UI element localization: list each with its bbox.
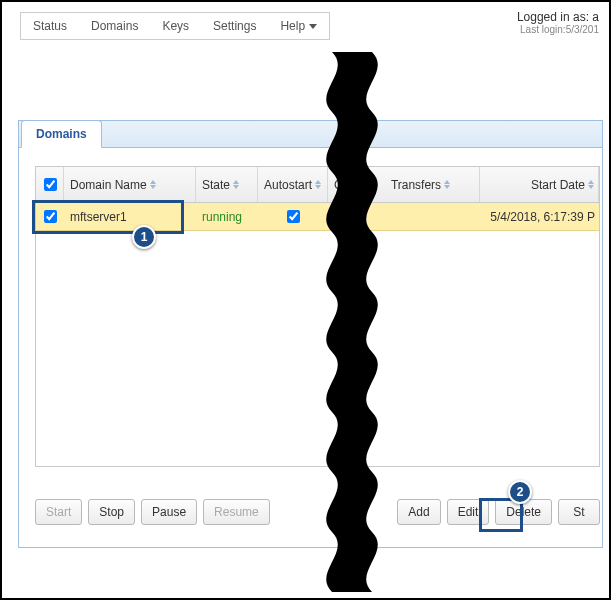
col-truncated[interactable]: C [328, 167, 362, 202]
col-state-label: State [202, 178, 230, 192]
col-autostart[interactable]: Autostart [258, 167, 328, 202]
left-button-group: Start Stop Pause Resume [35, 499, 270, 525]
menu-help-label: Help [280, 19, 305, 33]
cell-autostart[interactable] [258, 203, 328, 230]
sort-icon [444, 180, 450, 189]
chevron-down-icon [309, 24, 317, 29]
col-domain-name-label: Domain Name [70, 178, 147, 192]
col-start-date-label: Start Date [531, 178, 585, 192]
menu-help[interactable]: Help [268, 13, 329, 39]
col-start-date[interactable]: Start Date [480, 167, 599, 202]
domains-table: Domain Name State Autostart C Transfers [35, 166, 600, 467]
start-button[interactable]: Start [35, 499, 82, 525]
tab-strip: Domains [18, 120, 603, 148]
menu-domains[interactable]: Domains [79, 13, 150, 39]
pause-button[interactable]: Pause [141, 499, 197, 525]
cell-start-date: 5/4/2018, 6:17:39 P [480, 203, 599, 230]
app-frame: Status Domains Keys Settings Help Logged… [0, 0, 611, 600]
cell-domain-name: mftserver1 [64, 203, 196, 230]
col-select-all[interactable] [36, 167, 64, 202]
menu-keys[interactable]: Keys [150, 13, 201, 39]
sort-icon [315, 180, 321, 189]
col-truncated-label: C [334, 178, 343, 192]
col-transfers-label: Transfers [391, 178, 441, 192]
stop-button[interactable]: Stop [88, 499, 135, 525]
menu-status[interactable]: Status [21, 13, 79, 39]
row-checkbox[interactable] [44, 210, 57, 223]
tab-domains[interactable]: Domains [21, 120, 102, 148]
sort-icon [150, 180, 156, 189]
sort-icon [588, 180, 594, 189]
select-all-checkbox[interactable] [44, 178, 57, 191]
login-info: Logged in as: a Last login:5/3/201 [517, 10, 599, 35]
edit-button[interactable]: Edit [447, 499, 490, 525]
menu-settings[interactable]: Settings [201, 13, 268, 39]
top-menubar: Status Domains Keys Settings Help [20, 12, 330, 40]
col-transfers[interactable]: Transfers [362, 167, 480, 202]
logged-in-text: Logged in as: a [517, 10, 599, 24]
delete-button[interactable]: Delete [495, 499, 552, 525]
table-header: Domain Name State Autostart C Transfers [36, 167, 599, 203]
domains-panel: Domain Name State Autostart C Transfers [18, 148, 603, 548]
col-autostart-label: Autostart [264, 178, 312, 192]
col-state[interactable]: State [196, 167, 258, 202]
last-login-text: Last login:5/3/201 [517, 24, 599, 35]
st-button[interactable]: St [558, 499, 600, 525]
right-button-group: Add Edit Delete St [397, 499, 600, 525]
cell-truncated [328, 203, 362, 230]
autostart-checkbox[interactable] [287, 210, 300, 223]
sort-icon [233, 180, 239, 189]
cell-state: running [196, 203, 258, 230]
table-row[interactable]: mftserver1 running 5/4/2018, 6:17:39 P [36, 203, 599, 231]
col-domain-name[interactable]: Domain Name [64, 167, 196, 202]
button-row: Start Stop Pause Resume Add Edit Delete … [35, 499, 600, 525]
add-button[interactable]: Add [397, 499, 440, 525]
cell-transfers [362, 203, 480, 230]
resume-button[interactable]: Resume [203, 499, 270, 525]
row-select[interactable] [36, 203, 64, 230]
